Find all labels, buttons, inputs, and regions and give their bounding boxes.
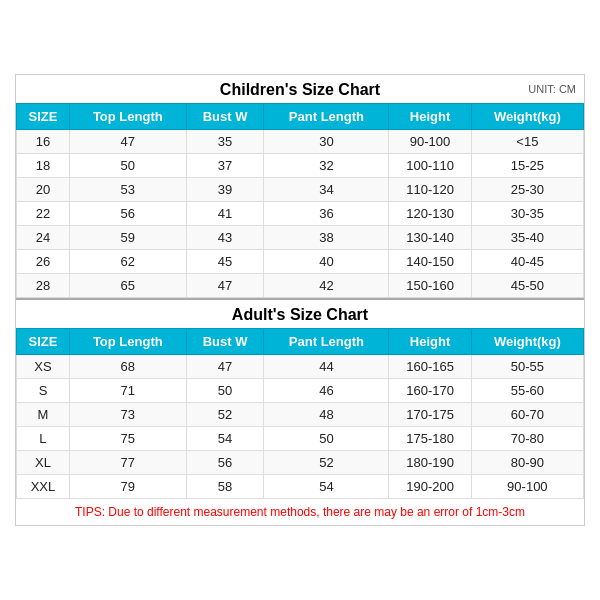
table-cell: 70-80 xyxy=(471,427,583,451)
table-cell: 60-70 xyxy=(471,403,583,427)
table-row: 22564136120-13030-35 xyxy=(17,202,584,226)
table-cell: 55-60 xyxy=(471,379,583,403)
table-cell: 150-160 xyxy=(389,274,471,298)
table-cell: 170-175 xyxy=(389,403,471,427)
table-cell: 22 xyxy=(17,202,70,226)
table-cell: XS xyxy=(17,355,70,379)
children-table: SIZE Top Length Bust W Pant Length Heigh… xyxy=(16,103,584,298)
children-chart-title: Children's Size Chart xyxy=(220,81,380,98)
adult-col-pant-length: Pant Length xyxy=(264,329,389,355)
table-cell: 140-150 xyxy=(389,250,471,274)
children-col-height: Height xyxy=(389,104,471,130)
table-cell: 37 xyxy=(186,154,264,178)
table-cell: XL xyxy=(17,451,70,475)
table-cell: 54 xyxy=(264,475,389,499)
table-cell: 52 xyxy=(264,451,389,475)
table-cell: 53 xyxy=(69,178,186,202)
table-cell: 26 xyxy=(17,250,70,274)
size-chart-wrapper: Children's Size Chart UNIT: CM SIZE Top … xyxy=(15,74,585,526)
children-col-pant-length: Pant Length xyxy=(264,104,389,130)
table-cell: 59 xyxy=(69,226,186,250)
table-cell: 28 xyxy=(17,274,70,298)
table-cell: 18 xyxy=(17,154,70,178)
table-cell: 62 xyxy=(69,250,186,274)
table-cell: M xyxy=(17,403,70,427)
table-cell: 175-180 xyxy=(389,427,471,451)
table-cell: 47 xyxy=(69,130,186,154)
table-cell: 44 xyxy=(264,355,389,379)
table-row: 26624540140-15040-45 xyxy=(17,250,584,274)
table-cell: 34 xyxy=(264,178,389,202)
table-cell: 77 xyxy=(69,451,186,475)
table-cell: 50 xyxy=(264,427,389,451)
table-row: 18503732100-11015-25 xyxy=(17,154,584,178)
table-cell: 130-140 xyxy=(389,226,471,250)
table-row: M735248170-17560-70 xyxy=(17,403,584,427)
table-row: S715046160-17055-60 xyxy=(17,379,584,403)
table-cell: 79 xyxy=(69,475,186,499)
table-cell: 40-45 xyxy=(471,250,583,274)
table-cell: 54 xyxy=(186,427,264,451)
children-title-row: Children's Size Chart UNIT: CM xyxy=(16,75,584,103)
unit-label: UNIT: CM xyxy=(528,83,576,95)
adult-chart-title: Adult's Size Chart xyxy=(232,306,368,323)
table-cell: 41 xyxy=(186,202,264,226)
table-cell: 25-30 xyxy=(471,178,583,202)
adult-col-weight: Weight(kg) xyxy=(471,329,583,355)
table-cell: 47 xyxy=(186,355,264,379)
table-cell: 71 xyxy=(69,379,186,403)
table-cell: 38 xyxy=(264,226,389,250)
adult-col-size: SIZE xyxy=(17,329,70,355)
table-cell: 45-50 xyxy=(471,274,583,298)
table-cell: XXL xyxy=(17,475,70,499)
table-row: 24594338130-14035-40 xyxy=(17,226,584,250)
table-row: 28654742150-16045-50 xyxy=(17,274,584,298)
table-cell: 30-35 xyxy=(471,202,583,226)
table-row: XS684744160-16550-55 xyxy=(17,355,584,379)
table-cell: 110-120 xyxy=(389,178,471,202)
children-col-bust-w: Bust W xyxy=(186,104,264,130)
adult-title-row: Adult's Size Chart xyxy=(16,298,584,328)
table-cell: 52 xyxy=(186,403,264,427)
table-cell: 30 xyxy=(264,130,389,154)
table-cell: 73 xyxy=(69,403,186,427)
table-cell: 48 xyxy=(264,403,389,427)
tips-text: TIPS: Due to different measurement metho… xyxy=(75,505,525,519)
table-cell: 160-170 xyxy=(389,379,471,403)
table-cell: 56 xyxy=(186,451,264,475)
table-cell: 100-110 xyxy=(389,154,471,178)
table-cell: L xyxy=(17,427,70,451)
children-table-body: 1647353090-100<1518503732100-11015-25205… xyxy=(17,130,584,298)
table-cell: 35-40 xyxy=(471,226,583,250)
children-col-weight: Weight(kg) xyxy=(471,104,583,130)
table-cell: 20 xyxy=(17,178,70,202)
adult-col-bust-w: Bust W xyxy=(186,329,264,355)
adult-table: SIZE Top Length Bust W Pant Length Heigh… xyxy=(16,328,584,499)
table-cell: 50 xyxy=(69,154,186,178)
table-cell: 15-25 xyxy=(471,154,583,178)
table-cell: 35 xyxy=(186,130,264,154)
table-cell: 65 xyxy=(69,274,186,298)
adult-col-top-length: Top Length xyxy=(69,329,186,355)
table-cell: 39 xyxy=(186,178,264,202)
table-cell: 68 xyxy=(69,355,186,379)
table-cell: 36 xyxy=(264,202,389,226)
table-cell: 160-165 xyxy=(389,355,471,379)
table-cell: 45 xyxy=(186,250,264,274)
table-row: 20533934110-12025-30 xyxy=(17,178,584,202)
table-cell: 40 xyxy=(264,250,389,274)
table-cell: <15 xyxy=(471,130,583,154)
table-cell: 43 xyxy=(186,226,264,250)
table-cell: 50-55 xyxy=(471,355,583,379)
table-cell: 80-90 xyxy=(471,451,583,475)
children-col-top-length: Top Length xyxy=(69,104,186,130)
table-row: 1647353090-100<15 xyxy=(17,130,584,154)
table-cell: 46 xyxy=(264,379,389,403)
table-cell: 180-190 xyxy=(389,451,471,475)
table-cell: 90-100 xyxy=(389,130,471,154)
table-cell: 56 xyxy=(69,202,186,226)
table-cell: 58 xyxy=(186,475,264,499)
table-row: L755450175-18070-80 xyxy=(17,427,584,451)
table-row: XL775652180-19080-90 xyxy=(17,451,584,475)
table-cell: 32 xyxy=(264,154,389,178)
